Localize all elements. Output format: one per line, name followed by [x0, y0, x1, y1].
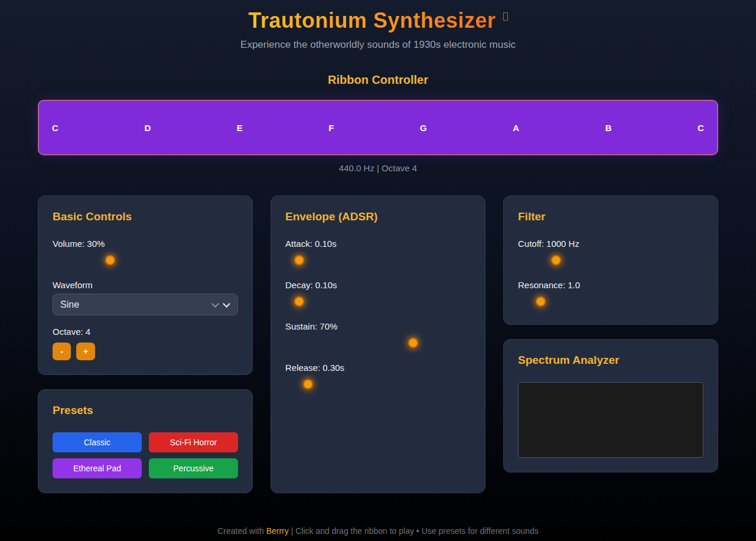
cutoff-label: Cutoff: 1000 Hz — [518, 239, 703, 249]
envelope-panel: Envelope (ADSR) Attack: 0.10s Decay: 0.1… — [271, 195, 485, 493]
presets-panel: Presets Classic Sci-Fi Horror Ethereal P… — [38, 389, 253, 493]
main-columns: Basic Controls Volume: 30% Waveform Sine — [38, 195, 718, 493]
envelope-heading: Envelope (ADSR) — [285, 210, 471, 223]
subtitle: Experience the otherworldly sounds of 19… — [38, 39, 718, 51]
waveform-control: Waveform Sine — [53, 280, 238, 315]
ribbon-note: C — [698, 123, 704, 133]
resonance-label: Resonance: 1.0 — [518, 280, 703, 290]
volume-slider[interactable] — [53, 252, 238, 269]
spectrum-analyzer-heading: Spectrum Analyzer — [518, 354, 703, 367]
resonance-slider[interactable] — [518, 294, 703, 310]
cutoff-control: Cutoff: 1000 Hz — [518, 239, 703, 269]
frequency-readout: 440.0 Hz | Octave 4 — [38, 163, 718, 173]
app-container: Trautonium Synthesizer Experience the ot… — [38, 0, 718, 541]
sustain-label: Sustain: 70% — [285, 321, 471, 331]
title-emoji-placeholder-icon — [503, 12, 508, 21]
release-control: Release: 0.30s — [285, 363, 471, 393]
preset-classic-button[interactable]: Classic — [53, 432, 142, 452]
basic-controls-panel: Basic Controls Volume: 30% Waveform Sine — [38, 195, 253, 375]
page-title: Trautonium Synthesizer — [248, 8, 496, 33]
column-right: Filter Cutoff: 1000 Hz Resonance: 1.0 Sp… — [503, 195, 718, 493]
waveform-select-wrap: Sine — [53, 294, 238, 315]
volume-control: Volume: 30% — [53, 239, 238, 269]
spectrum-analyzer-panel: Spectrum Analyzer — [503, 339, 718, 472]
octave-buttons: - + — [53, 343, 238, 360]
basic-controls-heading: Basic Controls — [53, 210, 238, 223]
volume-label: Volume: 30% — [53, 239, 238, 249]
sustain-control: Sustain: 70% — [285, 321, 471, 351]
berrry-link[interactable]: Berrry — [266, 526, 289, 536]
header: Trautonium Synthesizer Experience the ot… — [38, 8, 718, 51]
decay-control: Decay: 0.10s — [285, 280, 471, 310]
ribbon-controller[interactable]: C D E F G A B C — [38, 100, 718, 155]
ribbon-note: B — [605, 123, 612, 133]
filter-panel: Filter Cutoff: 1000 Hz Resonance: 1.0 — [503, 195, 718, 325]
release-slider[interactable] — [285, 376, 471, 393]
ribbon-note: E — [237, 123, 243, 133]
preset-grid: Classic Sci-Fi Horror Ethereal Pad Percu… — [53, 432, 238, 478]
attack-label: Attack: 0.10s — [285, 239, 471, 249]
ribbon-note: G — [420, 123, 427, 133]
decay-label: Decay: 0.10s — [285, 280, 471, 290]
preset-percussive-button[interactable]: Percussive — [149, 458, 238, 478]
attack-slider[interactable] — [285, 252, 471, 269]
octave-control: Octave: 4 - + — [53, 327, 238, 360]
attack-control: Attack: 0.10s — [285, 239, 471, 269]
waveform-label: Waveform — [53, 280, 238, 290]
cutoff-slider[interactable] — [518, 252, 703, 269]
resonance-control: Resonance: 1.0 — [518, 280, 703, 310]
release-label: Release: 0.30s — [285, 363, 471, 373]
ribbon-note: A — [513, 123, 519, 133]
decay-slider[interactable] — [285, 294, 471, 310]
preset-ethereal-pad-button[interactable]: Ethereal Pad — [53, 458, 142, 478]
column-middle: Envelope (ADSR) Attack: 0.10s Decay: 0.1… — [271, 195, 485, 493]
presets-heading: Presets — [53, 404, 238, 417]
octave-increment-button[interactable]: + — [76, 343, 95, 360]
ribbon-note: C — [52, 123, 58, 133]
octave-label: Octave: 4 — [53, 327, 238, 337]
footer-hint-text: | Click and drag the ribbon to play • Us… — [289, 526, 539, 536]
footer: Created with Berrry | Click and drag the… — [38, 526, 718, 541]
sustain-slider[interactable] — [285, 335, 471, 351]
ribbon-note: D — [144, 123, 151, 133]
spectrum-canvas — [518, 382, 703, 458]
preset-scifi-horror-button[interactable]: Sci-Fi Horror — [149, 432, 238, 452]
waveform-select[interactable]: Sine — [53, 294, 238, 315]
octave-decrement-button[interactable]: - — [53, 343, 71, 360]
filter-heading: Filter — [518, 210, 703, 223]
ribbon-heading: Ribbon Controller — [38, 73, 718, 87]
column-left: Basic Controls Volume: 30% Waveform Sine — [38, 195, 253, 493]
ribbon-note: F — [328, 123, 334, 133]
footer-created-text: Created with — [217, 526, 266, 536]
